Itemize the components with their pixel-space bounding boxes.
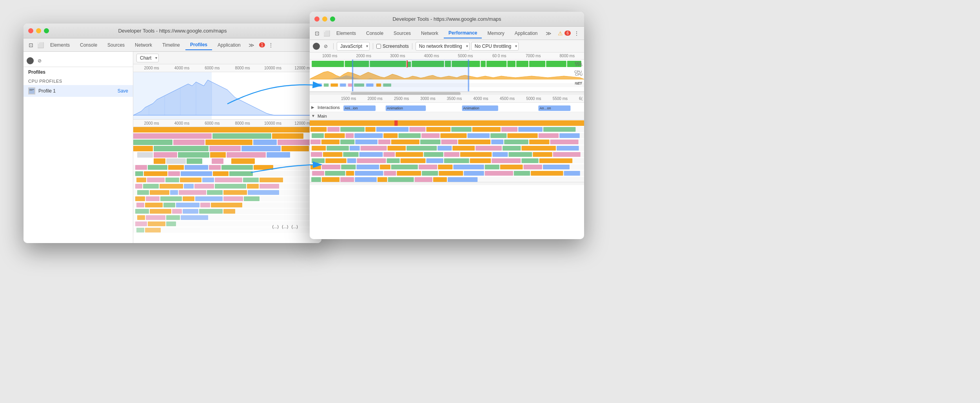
screenshots-label: Screenshots [383,44,409,49]
window-controls-1 [28,28,49,33]
maximize-button-1[interactable] [44,28,49,33]
tab-timeline-1[interactable]: Timeline [158,40,185,50]
tab-elements-2[interactable]: Elements [332,28,361,38]
svg-rect-65 [247,184,259,189]
device-toolbar-btn[interactable]: ⬜ [36,41,45,49]
svg-rect-260 [322,177,339,182]
svg-rect-35 [135,165,147,170]
tab-application-2[interactable]: Application [510,28,543,38]
svg-rect-85 [145,203,163,207]
svg-rect-66 [260,184,279,189]
timeline-area: 1500 ms 2000 ms 2500 ms 3000 ms 3500 ms … [310,95,584,185]
svg-rect-40 [221,165,253,170]
ov-tick-7000: 7000 ms [516,54,550,58]
tab-network-1[interactable]: Network [130,40,157,50]
svg-rect-164 [325,133,345,138]
profile-1-item[interactable]: Profile 1 Save [24,85,133,97]
svg-rect-252 [439,171,463,176]
tabbar-1: ⊡ ⬜ Elements Console Sources Network Tim… [24,38,321,52]
svg-rect-168 [398,133,421,138]
close-button-1[interactable] [28,28,33,33]
svg-rect-92 [150,209,171,214]
screenshots-checkbox[interactable] [376,44,381,49]
screenshots-checkbox-label[interactable]: Screenshots [376,44,409,49]
svg-rect-248 [355,171,383,176]
window-profiles: Developer Tools - https://www.google.com… [24,24,321,243]
tick2-4000: 4000 ms [167,121,197,125]
tab-sources-2[interactable]: Sources [389,28,416,38]
svg-rect-165 [346,133,354,138]
close-button-2[interactable] [314,16,319,22]
tl-tick-4500: 4500 ms [500,96,515,101]
svg-rect-71 [179,190,206,195]
svg-rect-240 [485,165,499,169]
divider-2 [373,43,373,49]
tick2-6000: 6000 ms [197,121,227,125]
tick-10000: 10000 ms [258,66,288,70]
svg-rect-254 [485,171,513,176]
svg-rect-14 [173,140,205,145]
window-title-2: Developer Tools - https://www.google.com… [314,16,579,22]
tab-network-2[interactable]: Network [416,28,443,38]
inspect-element-btn-2[interactable]: ⊡ [313,29,321,38]
minimize-button-1[interactable] [36,28,41,33]
svg-rect-1 [29,89,34,90]
chart-select-label[interactable]: Chart [136,54,159,62]
call-tree-tab[interactable]: Call Tree [374,183,403,185]
svg-rect-236 [391,165,418,169]
event-log-tab[interactable]: Event Log [403,183,433,185]
network-throttle-select[interactable]: No network throttling [416,42,470,51]
cpu-profile-chart [133,72,321,119]
svg-rect-130 [340,84,346,87]
cpu-throttle-select[interactable]: No CPU throttling [471,42,519,51]
js-select[interactable]: JavaScript [337,42,370,51]
chart-select-wrapper[interactable]: Chart [136,54,159,62]
cpu-profiles-label: CPU PROFILES [24,77,133,85]
interactions-expand[interactable]: ▶ [311,105,316,109]
tab-performance-2[interactable]: Performance [444,28,482,38]
save-link[interactable]: Save [118,88,128,94]
svg-rect-181 [378,140,390,144]
bottom-up-tab[interactable]: Bottom-Up [342,183,374,185]
device-toolbar-btn-2[interactable]: ⬜ [322,29,331,38]
js-select-wrapper[interactable]: JavaScript [337,42,370,51]
tab-application-1[interactable]: Application [213,40,245,50]
overview-charts: FPS CPU NET FPS CPU NET [310,60,584,92]
svg-rect-199 [475,146,502,151]
maximize-button-2[interactable] [330,16,335,22]
cpu-throttle-wrapper[interactable]: No CPU throttling [471,42,519,51]
svg-rect-195 [388,146,406,151]
svg-rect-179 [340,140,354,144]
svg-rect-193 [350,146,360,151]
svg-rect-137 [352,60,353,92]
timeline-ruler-1: 2000 ms 4000 ms 6000 ms 8000 ms 10000 ms… [133,64,321,72]
minimize-button-2[interactable] [322,16,327,22]
main-expand[interactable]: ▼ [311,114,316,118]
more-options-btn-1[interactable]: ⋮ [267,41,275,49]
record-perf-btn[interactable] [313,43,320,50]
bottom-tabs: Summary Bottom-Up Call Tree Event Log [310,182,584,185]
more-options-btn-2[interactable]: ⋮ [572,29,581,38]
tab-elements-1[interactable]: Elements [45,40,74,50]
tab-more-2[interactable]: ≫ [543,28,554,38]
svg-rect-131 [348,84,352,87]
svg-rect-81 [223,196,243,201]
svg-rect-211 [444,152,459,157]
stop-perf-btn[interactable]: ⊘ [321,42,330,51]
tab-console-1[interactable]: Console [75,40,102,50]
tab-console-2[interactable]: Console [361,28,388,38]
svg-rect-173 [507,133,537,138]
tab-sources-1[interactable]: Sources [103,40,129,50]
stop-btn[interactable]: ⊘ [35,56,44,65]
tab-more-1[interactable]: ≫ [246,40,257,50]
svg-rect-63 [194,184,214,189]
record-btn[interactable] [27,57,34,64]
network-throttle-wrapper[interactable]: No network throttling [416,42,470,51]
inspect-element-btn[interactable]: ⊡ [27,41,35,49]
summary-tab[interactable]: Summary [313,183,342,185]
scrollbar-area[interactable] [310,92,584,95]
tab-profiles-1[interactable]: Profiles [185,40,212,50]
tab-memory-2[interactable]: Memory [483,28,509,38]
svg-rect-76 [135,196,145,201]
interactions-label: Interactions [318,105,340,110]
